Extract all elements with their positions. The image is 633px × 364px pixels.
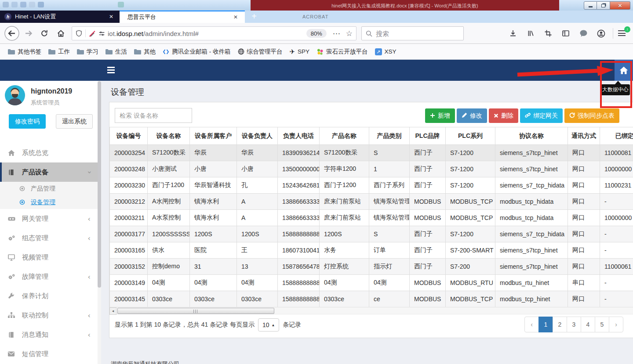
bookmark-item[interactable]: 工作 <box>45 46 73 58</box>
browser-search-input[interactable] <box>376 30 451 37</box>
bookmark-item[interactable]: 其他书签 <box>4 46 45 58</box>
bind-gateway-button[interactable]: 绑定网关 <box>520 108 563 123</box>
sidebar-item-组态管理[interactable]: 组态管理‹ <box>0 228 98 248</box>
sidebar-item-系统总览[interactable]: 系统总览 <box>0 143 98 162</box>
scrollbar-thumb[interactable] <box>98 81 101 288</box>
table-row[interactable]: 200003165供水医院王18607310041水务订单西门子S7-200-S… <box>110 242 633 259</box>
account-icon[interactable] <box>593 23 608 44</box>
menu-icon[interactable] <box>618 30 626 38</box>
column-header[interactable]: 设备负责人 <box>237 127 278 145</box>
sidebar-scrollbar[interactable] <box>98 81 101 364</box>
column-header[interactable]: 设备编号 <box>110 127 148 145</box>
bookmark-item[interactable]: ↗XSY <box>371 46 400 58</box>
pencil-disabled-icon[interactable] <box>89 30 95 37</box>
device-search-input[interactable] <box>115 108 192 123</box>
table-row[interactable]: 200003248小唐测试小唐小唐13500000000字符串12001西门子S… <box>110 161 633 177</box>
bookmark-item[interactable]: 腾讯企业邮箱 - 收件箱 <box>159 46 234 58</box>
table-row[interactable]: 2000031771200SSSSSS1200S1200S15888888888… <box>110 226 633 242</box>
bookmark-item[interactable]: 综合管理平台 <box>234 46 286 58</box>
sidebar-item-视频管理[interactable]: 视频管理 <box>0 248 98 267</box>
column-header[interactable]: 设备名称 <box>148 127 190 145</box>
delete-button[interactable]: 删除 <box>489 108 518 123</box>
library-icon[interactable] <box>523 23 538 44</box>
browser-search-box[interactable] <box>361 26 464 40</box>
sidebar-item-设备管理[interactable]: 设备管理 <box>0 195 98 209</box>
sidebar-collapse-icon[interactable] <box>107 67 115 75</box>
table-cell: S <box>369 226 410 242</box>
page-actions-icon[interactable]: ⋯ <box>333 29 341 38</box>
sidebar-item-短信管理[interactable]: 短信管理 <box>0 344 98 364</box>
tab-close-icon[interactable]: ✕ <box>233 14 238 20</box>
sidebar-item-产品设备[interactable]: 产品设备‹ <box>0 162 98 182</box>
column-header[interactable]: 产品名称 <box>320 127 369 145</box>
forward-button[interactable] <box>22 23 35 44</box>
bookmark-star-icon[interactable]: ☆ <box>346 29 353 38</box>
downloads-icon[interactable] <box>506 23 520 44</box>
gateway-icon <box>8 216 22 222</box>
bookmark-item[interactable]: 萤石云开放平台 <box>313 46 371 58</box>
sidebar-item-保养计划[interactable]: 保养计划 <box>0 286 98 306</box>
tab-close-icon[interactable]: ✕ <box>109 14 113 20</box>
scroll-left-arrow[interactable]: ◂ <box>109 307 116 315</box>
column-header[interactable]: 负责人电话 <box>278 127 320 145</box>
page-button-5[interactable]: 5 <box>595 317 609 332</box>
table-row[interactable]: 2000031450303ce0303ce0303ce1588888888803… <box>110 291 633 307</box>
plane-icon: ✈ <box>290 48 295 56</box>
messenger-icon[interactable] <box>576 23 591 44</box>
column-header[interactable]: PLC系列 <box>446 127 495 145</box>
table-row[interactable]: 200003230西门子1200华辰智通科技孔15243642681西门子120… <box>110 177 633 194</box>
sidebar-item-产品管理[interactable]: 产品管理 <box>0 182 98 195</box>
add-button[interactable]: 新增 <box>425 108 455 123</box>
reload-button[interactable] <box>38 23 51 44</box>
tab-hinet-lan[interactable]: h Hinet - LAN设置 ✕ <box>0 11 120 23</box>
table-row[interactable]: 200003212A水闸控制镇海水利A13886663333庶来门前泵站镇海泵站… <box>110 194 633 210</box>
page-button-2[interactable]: 2 <box>553 317 567 332</box>
scrollbar-thumb[interactable] <box>117 308 274 314</box>
new-tab-button[interactable]: + <box>249 11 259 22</box>
screenshot-icon[interactable] <box>541 23 556 44</box>
bookmark-item[interactable]: 其他 <box>131 46 159 58</box>
change-password-button[interactable]: 修改密码 <box>9 114 46 129</box>
next-page-button[interactable]: › <box>609 317 623 332</box>
avatar[interactable] <box>5 85 25 105</box>
sidebar-item-联动控制[interactable]: 联动控制‹ <box>0 306 98 325</box>
table-row[interactable]: 200003254S71200数采华辰华辰18390936214S71200数采… <box>110 145 633 161</box>
restore-button[interactable] <box>597 1 610 10</box>
prev-page-button[interactable]: ‹ <box>524 317 539 332</box>
column-header[interactable]: 已绑定网关 <box>600 127 633 145</box>
page-button-4[interactable]: 4 <box>581 317 595 332</box>
page-button-1[interactable]: 1 <box>538 317 553 332</box>
page-size-dropdown[interactable]: 10▲ <box>258 318 279 332</box>
shield-icon[interactable] <box>76 30 82 37</box>
column-header[interactable]: 协议名称 <box>495 127 568 145</box>
home-button[interactable] <box>54 23 68 44</box>
column-header[interactable]: PLC品牌 <box>410 127 446 145</box>
table-row[interactable]: 20000314904测04测04测1588888888804测04测MODBU… <box>110 275 633 291</box>
horizontal-scrollbar[interactable]: ◂ <box>109 307 633 314</box>
bookmark-item[interactable]: 学习 <box>73 46 102 58</box>
tab-sipu-cloud[interactable]: 思普云平台 ✕ <box>120 11 245 23</box>
logout-button[interactable]: 退出系统 <box>56 114 93 129</box>
table-row[interactable]: 200003152控制demo311315878656478灯控系统指示灯西门子… <box>110 259 633 275</box>
table-cell: MODBUS_TCP <box>446 291 495 307</box>
page-button-3[interactable]: 3 <box>567 317 581 332</box>
zoom-level-badge[interactable]: 80% <box>306 29 327 38</box>
url-text[interactable]: iot.idosp.net/admin/index.html# <box>108 30 199 37</box>
column-header[interactable]: 通讯方式 <box>568 127 600 145</box>
close-button[interactable]: ✕ <box>610 1 630 10</box>
sidebar-item-网关管理[interactable]: 网关管理‹ <box>0 209 98 228</box>
edit-button[interactable]: 修改 <box>457 108 487 123</box>
permissions-icon[interactable] <box>98 30 105 37</box>
back-button[interactable] <box>3 23 21 44</box>
column-header[interactable]: 设备所属客户 <box>190 127 237 145</box>
force-sync-button[interactable]: 强制同步点表 <box>564 108 619 123</box>
bookmark-item[interactable]: 生活 <box>102 46 131 58</box>
sidebar-item-消息通知[interactable]: 消息通知‹ <box>0 325 98 344</box>
url-bar[interactable]: iot.idosp.net/admin/index.html# 80% ⋯ ☆ <box>72 26 357 40</box>
sidebar-toggle-icon[interactable] <box>558 23 573 44</box>
minimize-button[interactable] <box>584 1 597 10</box>
column-header[interactable]: 产品类别 <box>369 127 410 145</box>
table-row[interactable]: 200003211A水泵控制镇海水利A13886663333庶来门前泵站镇海泵站… <box>110 210 633 226</box>
bookmark-item[interactable]: ✈SPY <box>286 46 313 58</box>
sidebar-item-故障管理[interactable]: 故障管理‹ <box>0 267 98 286</box>
